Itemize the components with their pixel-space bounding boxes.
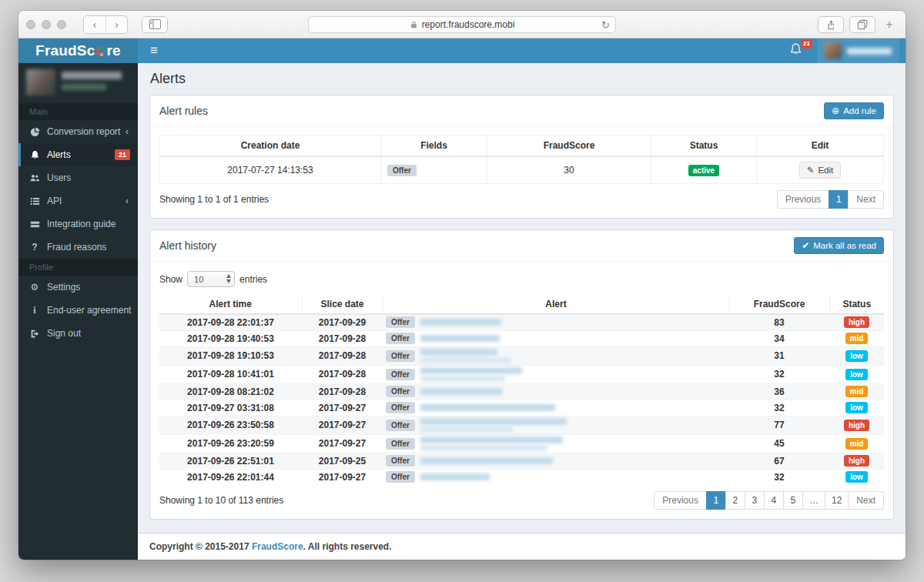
edit-button[interactable]: ✎Edit bbox=[799, 162, 841, 179]
page-number-button-5[interactable]: 5 bbox=[783, 491, 803, 510]
chevron-left-icon: ‹ bbox=[126, 126, 129, 137]
notifications-button[interactable]: 21 bbox=[789, 42, 806, 59]
sign-out-icon bbox=[29, 329, 40, 339]
previous-page-button[interactable]: Previous bbox=[777, 190, 830, 209]
redacted-alert-text bbox=[420, 388, 502, 395]
alert-cell: Offer bbox=[383, 365, 729, 383]
logo-text-left: FraudSc bbox=[35, 42, 95, 59]
close-window-button[interactable] bbox=[26, 20, 35, 29]
sidebar-item-label: API bbox=[47, 196, 62, 206]
status-badge: mid bbox=[845, 438, 869, 450]
entries-per-page-select[interactable]: 10 bbox=[187, 271, 235, 287]
alert-content: Offer bbox=[386, 455, 726, 467]
table-row: 2017-09-28 19:40:532017-09-28Offer34mid bbox=[159, 330, 884, 346]
alert-cell: Offer bbox=[383, 383, 729, 400]
new-tab-button[interactable]: + bbox=[881, 16, 898, 33]
sidebar-item-sign-out[interactable]: Sign out bbox=[18, 322, 138, 345]
alert-time-cell: 2017-09-27 03:31:08 bbox=[159, 400, 302, 416]
window-controls[interactable] bbox=[26, 20, 66, 29]
users-icon bbox=[29, 173, 40, 183]
app-logo[interactable]: FraudScre bbox=[18, 38, 138, 63]
sidebar-item-api[interactable]: API‹ bbox=[18, 189, 138, 212]
offer-tag: Offer bbox=[386, 455, 415, 467]
redacted-alert-text bbox=[420, 436, 563, 451]
fields-cell: Offer bbox=[381, 156, 487, 184]
app-header: FraudScre ≡ 21 bbox=[18, 38, 906, 63]
user-menu[interactable] bbox=[817, 38, 899, 63]
sidebar-item-end-user-agreement[interactable]: iEnd-user agreement bbox=[18, 299, 138, 322]
offer-tag: Offer bbox=[386, 316, 415, 328]
previous-page-button[interactable]: Previous bbox=[654, 491, 707, 510]
sidebar-item-settings[interactable]: ⚙Settings bbox=[18, 276, 138, 299]
status-badge: low bbox=[845, 369, 868, 380]
page-number-button-1[interactable]: 1 bbox=[706, 491, 726, 510]
sidebar-item-alerts[interactable]: Alerts21 bbox=[18, 143, 138, 166]
column-header: Status bbox=[651, 135, 757, 157]
pencil-icon: ✎ bbox=[807, 165, 815, 176]
share-button[interactable] bbox=[818, 16, 844, 33]
table-row: 2017-09-27 03:31:082017-09-27Offer32low bbox=[159, 400, 884, 416]
alert-time-cell: 2017-09-26 22:01:44 bbox=[159, 469, 302, 485]
alert-cell: Offer bbox=[383, 346, 729, 365]
sidebar-toggle-button[interactable] bbox=[142, 16, 168, 33]
redacted-bar bbox=[420, 473, 490, 480]
minimize-window-button[interactable] bbox=[42, 20, 51, 29]
redacted-bar bbox=[420, 367, 522, 374]
page-number-button-1[interactable]: 1 bbox=[829, 190, 849, 209]
sidebar: MainConversion report‹Alerts21UsersAPI‹I… bbox=[18, 63, 138, 560]
sidebar-item-label: Sign out bbox=[47, 328, 81, 339]
zoom-window-button[interactable] bbox=[57, 20, 66, 29]
offer-tag: Offer bbox=[386, 471, 415, 483]
next-page-button[interactable]: Next bbox=[848, 190, 884, 209]
sidebar-item-label: Settings bbox=[47, 282, 80, 293]
status-badge: high bbox=[844, 316, 869, 328]
add-rule-label: Add rule bbox=[843, 106, 876, 115]
mark-all-read-button[interactable]: ✔ Mark all as read bbox=[794, 237, 884, 254]
check-circle-icon: ✔ bbox=[802, 241, 809, 250]
slice-date-cell: 2017-09-27 bbox=[302, 469, 383, 485]
redacted-bar bbox=[420, 404, 555, 411]
sidebar-item-fraud-reasons[interactable]: ?Fraud reasons bbox=[18, 236, 138, 259]
list-icon bbox=[29, 196, 40, 206]
sidebar-item-label: Users bbox=[47, 172, 71, 183]
page-number-button-3[interactable]: 3 bbox=[745, 491, 765, 510]
fraudscore-cell: 34 bbox=[729, 330, 829, 346]
redacted-alert-text bbox=[420, 349, 511, 363]
redacted-alert-text bbox=[420, 457, 553, 464]
entries-label: entries bbox=[239, 274, 267, 285]
page-number-button-12[interactable]: 12 bbox=[825, 491, 849, 510]
next-page-button[interactable]: Next bbox=[848, 491, 884, 510]
stepper-icon bbox=[226, 274, 231, 283]
column-header: Slice date bbox=[302, 295, 383, 314]
info-icon: i bbox=[29, 305, 40, 316]
sidebar-item-integration-guide[interactable]: Integration guide bbox=[18, 212, 138, 236]
sidebar-item-conversion-report[interactable]: Conversion report‹ bbox=[18, 120, 138, 143]
fraudscore-cell: 32 bbox=[729, 400, 829, 416]
page-number-button-4[interactable]: 4 bbox=[764, 491, 784, 510]
add-rule-button[interactable]: ⊕ Add rule bbox=[824, 102, 884, 119]
forward-button[interactable]: › bbox=[105, 16, 127, 33]
alert-rules-panel: Alert rules ⊕ Add rule Creation dateFiel… bbox=[149, 95, 894, 219]
address-bar[interactable]: report.fraudscore.mobi ↻ bbox=[308, 16, 616, 33]
back-button[interactable]: ‹ bbox=[84, 16, 105, 33]
fraudscore-link[interactable]: FraudScore bbox=[252, 541, 303, 552]
sidebar-nav: MainConversion report‹Alerts21UsersAPI‹I… bbox=[18, 103, 138, 345]
user-status-redacted bbox=[62, 84, 106, 90]
alert-time-cell: 2017-09-28 22:01:37 bbox=[159, 314, 302, 330]
page-number-button-2[interactable]: 2 bbox=[725, 491, 745, 510]
reload-icon[interactable]: ↻ bbox=[601, 19, 610, 31]
menu-toggle-button[interactable]: ≡ bbox=[138, 38, 170, 63]
redacted-bar bbox=[420, 436, 563, 443]
status-badge: high bbox=[844, 420, 869, 431]
status-cell: high bbox=[829, 416, 884, 434]
status-cell: mid bbox=[829, 330, 884, 346]
alert-cell: Offer bbox=[383, 453, 729, 469]
username-redacted bbox=[847, 48, 892, 55]
status-cell: low bbox=[829, 469, 884, 485]
column-header: Status bbox=[829, 295, 884, 314]
sidebar-section-label: Profile bbox=[18, 259, 138, 276]
tab-overview-button[interactable] bbox=[849, 16, 875, 33]
redacted-bar bbox=[420, 319, 501, 326]
sidebar-item-users[interactable]: Users bbox=[18, 166, 138, 189]
redacted-alert-text bbox=[420, 404, 555, 411]
